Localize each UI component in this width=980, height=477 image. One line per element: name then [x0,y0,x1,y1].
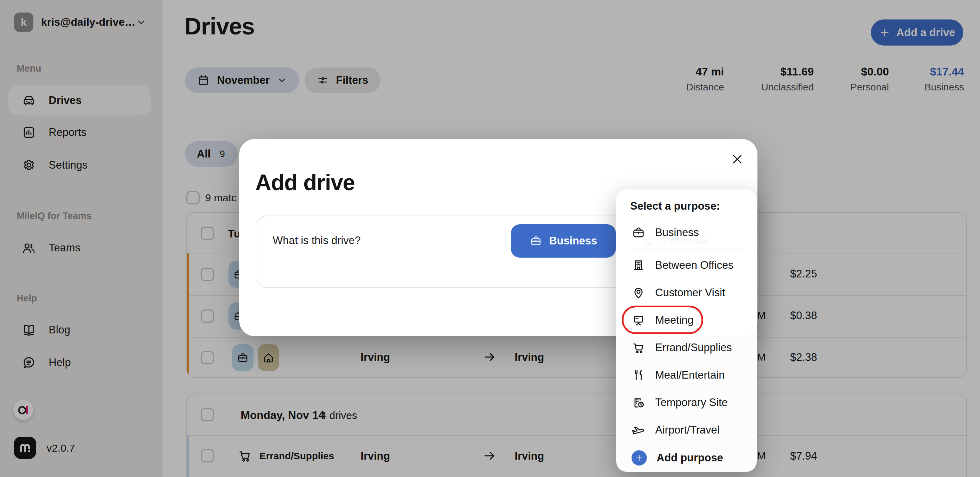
building-clock-icon [632,396,646,410]
purpose-item-meeting[interactable]: Meeting [616,306,757,334]
briefcase-icon [530,235,542,247]
add-purpose-button[interactable]: Add purpose [616,444,757,471]
purpose-item-business[interactable]: Business [616,219,757,246]
purpose-item-meal-entertain[interactable]: Meal/Entertain [616,361,757,389]
cart-icon [632,341,646,355]
business-button-label: Business [549,235,597,247]
purpose-item-errand-supplies[interactable]: Errand/Supplies [616,334,757,361]
purpose-menu-title: Select a purpose: [630,200,720,212]
briefcase-icon [632,226,646,240]
modal-title: Add drive [255,170,355,196]
plane-icon [632,423,646,437]
app-window: k kris@daily-drive… Menu Drives Reports … [0,0,980,477]
map-pin-person-icon [632,286,646,300]
add-purpose-label: Add purpose [657,452,723,464]
purpose-item-customer-visit[interactable]: Customer Visit [616,279,757,306]
plus-circle-icon [632,450,647,466]
purpose-item-label: Errand/Supplies [655,342,732,354]
purpose-item-label: Business [655,226,699,239]
purpose-item-airport-travel[interactable]: Airport/Travel [616,416,757,444]
purpose-item-label: Airport/Travel [655,424,719,436]
purpose-item-label: Meeting [655,314,694,326]
close-icon[interactable] [730,152,744,166]
classify-business-button[interactable]: Business [511,224,616,258]
menu-divider [630,249,743,249]
purpose-item-label: Temporary Site [655,396,727,409]
input-placeholder-text: What is this drive? [273,234,361,247]
purpose-item-label: Between Offices [655,259,733,272]
purpose-item-between-offices[interactable]: Between Offices [616,251,757,279]
purpose-item-temporary-site[interactable]: Temporary Site [616,389,757,416]
purpose-item-label: Meal/Entertain [655,369,725,382]
select-purpose-menu: Select a purpose: Business Between Offic… [616,189,757,472]
presentation-board-icon [632,313,646,327]
purpose-item-label: Customer Visit [655,286,725,299]
utensils-icon [632,368,646,382]
building-icon [632,258,646,272]
